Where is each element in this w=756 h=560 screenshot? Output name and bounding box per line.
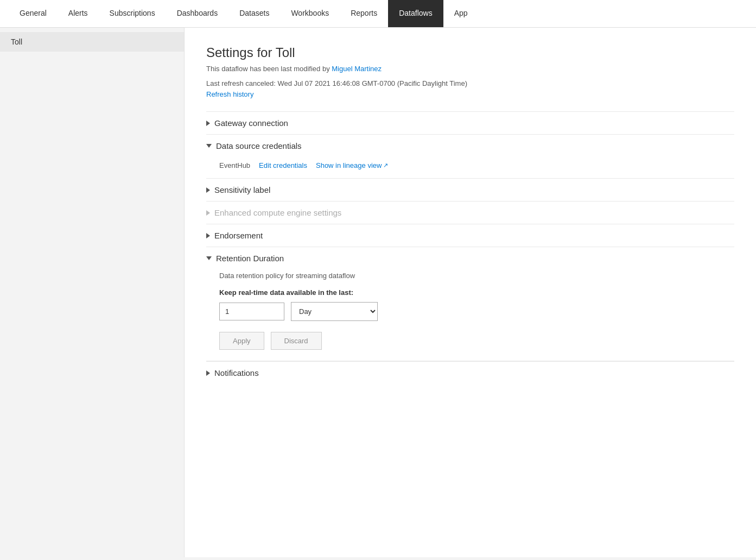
section-label-datasource: Data source credentials bbox=[216, 141, 302, 150]
tab-general[interactable]: General bbox=[9, 0, 58, 27]
chevron-down-icon bbox=[206, 144, 212, 148]
section-label-sensitivity: Sensitivity label bbox=[214, 185, 270, 194]
retention-description: Data retention policy for streaming data… bbox=[219, 272, 721, 280]
section-header-notifications[interactable]: Notifications bbox=[206, 361, 734, 384]
section-label-endorsement: Endorsement bbox=[214, 231, 263, 240]
section-header-gateway[interactable]: Gateway connection bbox=[206, 111, 734, 134]
refresh-history-link[interactable]: Refresh history bbox=[206, 90, 253, 98]
chevron-right-icon bbox=[206, 121, 210, 126]
retention-inputs: Day Week Month bbox=[219, 302, 721, 321]
tab-workbooks[interactable]: Workbooks bbox=[280, 0, 340, 27]
modified-by-text: This dataflow has been last modified by … bbox=[206, 65, 734, 73]
discard-button[interactable]: Discard bbox=[271, 332, 322, 350]
modified-by-user-link[interactable]: Miguel Martinez bbox=[332, 65, 382, 73]
show-lineage-label: Show in lineage view bbox=[316, 161, 382, 169]
tab-alerts[interactable]: Alerts bbox=[58, 0, 99, 27]
section-enhanced: Enhanced compute engine settings bbox=[206, 201, 734, 224]
tab-datasets[interactable]: Datasets bbox=[228, 0, 280, 27]
tab-app[interactable]: App bbox=[443, 0, 479, 27]
chevron-right-icon-endorsement bbox=[206, 233, 210, 238]
section-label-gateway: Gateway connection bbox=[214, 118, 288, 128]
tab-reports[interactable]: Reports bbox=[340, 0, 388, 27]
edit-credentials-link[interactable]: Edit credentials bbox=[259, 161, 307, 169]
last-refresh-status: Last refresh canceled: Wed Jul 07 2021 1… bbox=[206, 79, 734, 87]
content-area: Toll Settings for Toll This dataflow has… bbox=[0, 28, 756, 557]
top-navigation: General Alerts Subscriptions Dashboards … bbox=[0, 0, 756, 28]
tab-dataflows[interactable]: Dataflows bbox=[388, 0, 443, 27]
chevron-right-icon-enhanced bbox=[206, 210, 210, 216]
section-label-enhanced: Enhanced compute engine settings bbox=[214, 208, 341, 217]
section-header-endorsement[interactable]: Endorsement bbox=[206, 224, 734, 247]
external-link-icon: ↗ bbox=[383, 162, 388, 169]
page-title: Settings for Toll bbox=[206, 45, 734, 60]
retention-content: Data retention policy for streaming data… bbox=[206, 269, 734, 361]
datasource-content: EventHub Edit credentials Show in lineag… bbox=[206, 157, 734, 178]
section-header-sensitivity[interactable]: Sensitivity label bbox=[206, 178, 734, 201]
section-retention: Retention Duration Data retention policy… bbox=[206, 247, 734, 361]
section-label-retention: Retention Duration bbox=[216, 254, 284, 263]
sidebar-item-toll[interactable]: Toll bbox=[0, 32, 184, 52]
retention-unit-select[interactable]: Day Week Month bbox=[291, 302, 378, 321]
section-endorsement: Endorsement bbox=[206, 224, 734, 247]
chevron-right-icon-sensitivity bbox=[206, 187, 210, 193]
apply-button[interactable]: Apply bbox=[219, 332, 264, 350]
tab-subscriptions[interactable]: Subscriptions bbox=[99, 0, 166, 27]
section-header-datasource[interactable]: Data source credentials bbox=[206, 134, 734, 157]
keep-label: Keep real-time data available in the las… bbox=[219, 288, 721, 297]
section-sensitivity: Sensitivity label bbox=[206, 178, 734, 201]
main-panel: Settings for Toll This dataflow has been… bbox=[185, 28, 756, 557]
datasource-row: EventHub Edit credentials Show in lineag… bbox=[219, 161, 721, 169]
section-header-enhanced: Enhanced compute engine settings bbox=[206, 201, 734, 224]
tab-dashboards[interactable]: Dashboards bbox=[166, 0, 229, 27]
sidebar: Toll bbox=[0, 28, 185, 557]
section-label-notifications: Notifications bbox=[214, 368, 259, 377]
retention-number-input[interactable] bbox=[219, 303, 284, 320]
section-gateway: Gateway connection bbox=[206, 111, 734, 134]
section-datasource: Data source credentials EventHub Edit cr… bbox=[206, 134, 734, 178]
section-notifications: Notifications bbox=[206, 361, 734, 384]
section-header-retention[interactable]: Retention Duration bbox=[206, 247, 734, 269]
chevron-right-icon-notifications bbox=[206, 370, 210, 376]
action-buttons: Apply Discard bbox=[219, 332, 721, 350]
datasource-name: EventHub bbox=[219, 161, 250, 169]
show-lineage-link[interactable]: Show in lineage view ↗ bbox=[316, 161, 388, 169]
chevron-down-icon-retention bbox=[206, 256, 212, 260]
